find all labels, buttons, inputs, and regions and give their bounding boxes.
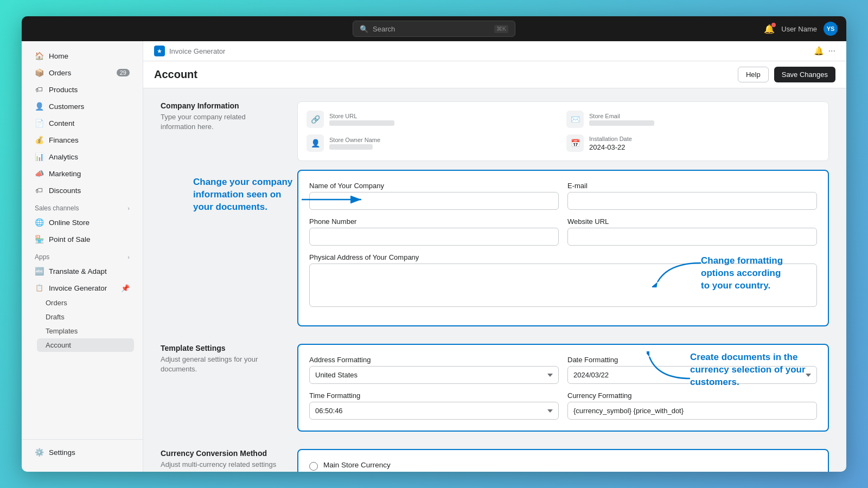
date-format-label: Date Formatting	[567, 356, 817, 364]
app-header-actions: 🔔 ···	[814, 46, 835, 56]
sidebar-item-analytics[interactable]: 📊 Analytics	[26, 149, 138, 165]
sidebar-label-online-store: Online Store	[49, 219, 90, 227]
radio-desc-1: Select this option if you just would lik…	[323, 470, 633, 472]
time-format-label: Time Formatting	[309, 391, 559, 400]
template-section: Template Settings Adjust general setting…	[161, 344, 829, 432]
search-icon: 🔍	[360, 25, 368, 33]
form-row-1: Name of Your Company E-mail	[309, 182, 817, 210]
analytics-icon: 📊	[35, 152, 43, 161]
radio-text-1: Main Store Currency Select this option i…	[323, 461, 633, 472]
app-name-label: Invoice Generator	[169, 47, 225, 55]
user-avatar: YS	[824, 22, 838, 36]
sidebar-item-settings[interactable]: ⚙️ Settings	[26, 444, 138, 460]
sidebar-item-translate[interactable]: 🔤 Translate & Adapt	[26, 263, 138, 279]
save-changes-button[interactable]: Save Changes	[774, 67, 835, 82]
radio-input-1[interactable]	[309, 462, 318, 471]
invoice-sub-menu: Orders Drafts Templates Account	[26, 296, 138, 352]
content-area: ★ Invoice Generator 🔔 ··· Account Help S…	[143, 41, 846, 472]
pin-icon: 📌	[121, 284, 130, 292]
sidebar-item-finances[interactable]: 💰 Finances	[26, 132, 138, 148]
company-section-content: 🔗 Store URL ✉️	[297, 101, 829, 326]
sidebar-item-account-sub[interactable]: Account	[37, 338, 134, 352]
sidebar-item-discounts[interactable]: 🏷 Discounts	[26, 182, 138, 198]
company-name-input[interactable]	[309, 192, 559, 210]
store-owner-item: 👤 Store Owner Name	[307, 134, 560, 152]
orders-icon: 📦	[35, 68, 43, 77]
main-layout: 🏠 Home 📦 Orders 29 🏷 Products 👤 Cu	[22, 41, 846, 472]
sidebar-item-orders[interactable]: 📦 Orders 29	[26, 65, 138, 81]
sidebar-label-discounts: Discounts	[49, 187, 81, 195]
store-url-item: 🔗 Store URL	[307, 111, 560, 128]
products-icon: 🏷	[35, 85, 43, 94]
sidebar-label-analytics: Analytics	[49, 153, 78, 161]
time-format-select[interactable]: 06:50:46 6:50 AM 18:50	[309, 402, 559, 420]
phone-input[interactable]	[309, 228, 559, 246]
page-content: Company Information Type your company re…	[143, 88, 846, 472]
content-icon: 📄	[35, 119, 43, 127]
install-date-value: 2024-03-22	[589, 143, 632, 151]
translate-icon: 🔤	[35, 267, 43, 275]
store-owner-icon: 👤	[307, 134, 324, 152]
website-input[interactable]	[567, 228, 817, 246]
settings-icon: ⚙️	[35, 448, 43, 457]
currency-section-desc: Adjust multi-currency related settings h…	[161, 460, 280, 472]
notification-bell-button[interactable]: 🔔	[764, 24, 775, 34]
marketing-icon: 📣	[35, 169, 43, 178]
help-button[interactable]: Help	[738, 67, 769, 82]
sidebar-item-customers[interactable]: 👤 Customers	[26, 98, 138, 114]
company-form-card: Name of Your Company E-mail	[297, 170, 829, 326]
sidebar-item-home[interactable]: 🏠 Home	[26, 48, 138, 64]
title-actions: Help Save Changes	[738, 67, 835, 82]
sidebar-item-online-store[interactable]: 🌐 Online Store	[26, 214, 138, 230]
sidebar-label-invoice-gen: Invoice Generator	[49, 284, 107, 292]
date-format-select[interactable]: 2024/03/22 22/03/2024 03/22/2024	[567, 366, 817, 384]
app-header: ★ Invoice Generator 🔔 ···	[143, 41, 846, 61]
email-group: E-mail	[567, 182, 817, 210]
topbar: 🔍 Search ⌘K 🔔 User Name YS	[22, 16, 846, 41]
sidebar-item-invoice-gen[interactable]: 📋 Invoice Generator 📌	[26, 280, 138, 296]
store-owner-value	[329, 144, 373, 150]
sidebar-label-translate: Translate & Adapt	[49, 267, 107, 275]
email-input[interactable]	[567, 192, 817, 210]
discounts-icon: 🏷	[35, 186, 43, 195]
store-url-value	[329, 120, 394, 126]
orders-badge: 29	[117, 69, 130, 76]
pin-header-button[interactable]: 🔔	[814, 46, 824, 56]
app-logo: ★	[154, 46, 165, 56]
company-section-title: Company Information	[161, 101, 280, 110]
currency-section: Currency Conversion Method Adjust multi-…	[161, 449, 829, 472]
currency-format-input[interactable]: {currency_symbol} {price_with_dot}	[567, 402, 817, 420]
sidebar-item-orders-sub[interactable]: Orders	[37, 296, 134, 310]
search-bar[interactable]: 🔍 Search ⌘K	[353, 21, 515, 37]
search-shortcut: ⌘K	[494, 25, 508, 33]
company-name-label: Name of Your Company	[309, 182, 559, 190]
address-textarea[interactable]	[309, 264, 817, 307]
sidebar-item-pos[interactable]: 🏪 Point of Sale	[26, 231, 138, 247]
sidebar-label-finances: Finances	[49, 136, 79, 144]
sidebar-footer: ⚙️ Settings	[22, 439, 143, 465]
sidebar-item-drafts-sub[interactable]: Drafts	[37, 310, 134, 324]
company-name-group: Name of Your Company	[309, 182, 559, 210]
sidebar-item-content[interactable]: 📄 Content	[26, 115, 138, 131]
currency-section-title: Currency Conversion Method	[161, 449, 280, 458]
app-header-left: ★ Invoice Generator	[154, 46, 225, 56]
home-icon: 🏠	[35, 52, 43, 60]
sales-channels-label: Sales channels	[35, 204, 79, 212]
sidebar-item-templates-sub[interactable]: Templates	[37, 324, 134, 338]
sidebar-item-products[interactable]: 🏷 Products	[26, 81, 138, 98]
template-section-title: Template Settings	[161, 344, 280, 352]
website-label: Website URL	[567, 217, 817, 226]
install-date-icon: 📅	[566, 134, 584, 152]
user-name: User Name	[781, 25, 817, 33]
sidebar-item-marketing[interactable]: 📣 Marketing	[26, 165, 138, 182]
address-format-group: Address Formatting United States Europea…	[309, 356, 559, 384]
sidebar-label-customers: Customers	[49, 102, 84, 111]
more-options-button[interactable]: ···	[828, 46, 835, 56]
address-format-select[interactable]: United States European UK	[309, 366, 559, 384]
topbar-right: 🔔 User Name YS	[729, 22, 838, 36]
address-label: Physical Address of Your Company	[309, 253, 817, 261]
account-sub-label: Account	[46, 341, 71, 349]
radio-option-1: Main Store Currency Select this option i…	[309, 461, 817, 472]
radio-label-1[interactable]: Main Store Currency Select this option i…	[309, 461, 817, 472]
date-format-group: Date Formatting 2024/03/22 22/03/2024 03…	[567, 356, 817, 384]
